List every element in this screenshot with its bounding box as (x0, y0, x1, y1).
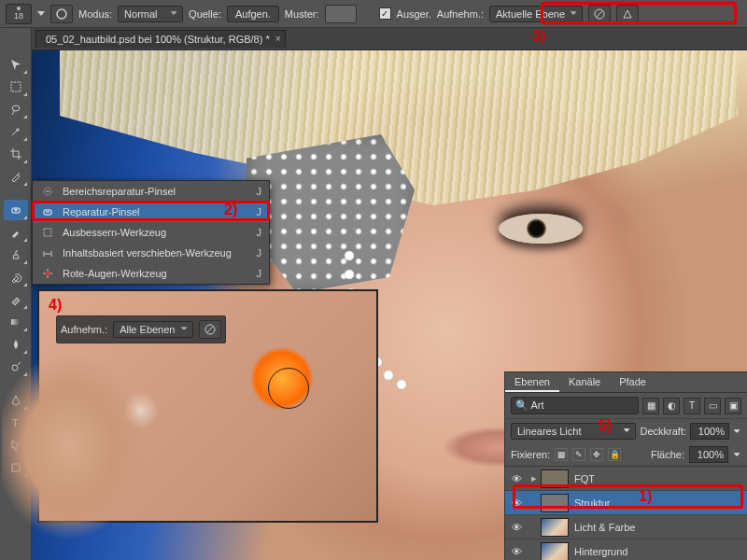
image-region-eye (499, 214, 583, 244)
eyedropper-tool[interactable] (4, 166, 28, 187)
svg-point-19 (46, 272, 50, 276)
sample-value: Aktuelle Ebene (496, 8, 565, 20)
flyout-label: Reparatur-Pinsel (63, 206, 249, 217)
layer-row-group[interactable]: 👁 ▸ FQT (505, 467, 747, 491)
chevron-right-icon[interactable]: ▸ (528, 472, 541, 484)
tab-label: Ebenen (514, 376, 550, 387)
pattern-picker[interactable] (325, 5, 357, 23)
healing-brush-tool[interactable] (4, 200, 28, 220)
brush-tool[interactable] (4, 222, 28, 243)
layers-panel: Ebenen Kanäle Pfade 🔍 Art ▦ ◐ T ▭ ▣ Line… (504, 371, 747, 560)
history-brush-tool[interactable] (4, 267, 28, 287)
pattern-label: Muster: (285, 8, 319, 20)
layer-row-licht[interactable]: 👁 Licht & Farbe (505, 515, 747, 539)
inset-sample-label: Aufnehm.: (61, 324, 107, 335)
layer-filter-select[interactable]: 🔍 Art (511, 397, 639, 414)
patch-icon (40, 226, 55, 239)
filter-smart-icon[interactable]: ▣ (725, 398, 741, 414)
tab-channels[interactable]: Kanäle (559, 372, 610, 392)
lock-pixels-icon[interactable]: ✎ (572, 448, 585, 461)
clone-stamp-tool[interactable] (4, 245, 28, 265)
flyout-label: Inhaltsbasiert verschieben-Werkzeug (63, 247, 249, 259)
opacity-input[interactable]: 100% (690, 423, 729, 440)
flyout-item-spot-healing[interactable]: Bereichsreparatur-Pinsel J (33, 181, 269, 202)
tab-paths[interactable]: Pfade (610, 372, 655, 392)
sample-select[interactable]: Aktuelle Ebene (489, 6, 583, 22)
flyout-label: Ausbessern-Werkzeug (63, 227, 249, 238)
pressure-opacity-icon[interactable] (616, 5, 639, 23)
filter-pixel-icon[interactable]: ▦ (642, 398, 659, 414)
layer-name[interactable]: Struktur (574, 497, 741, 509)
mode-label: Modus: (78, 8, 112, 20)
blend-mode-select[interactable]: Lineares Licht (511, 423, 636, 440)
aligned-label: Ausger. (397, 8, 431, 20)
source-sampled-button[interactable]: Aufgen. (227, 6, 279, 22)
visibility-icon[interactable]: 👁 (505, 491, 528, 514)
fill-label: Fläche: (651, 449, 684, 460)
layer-thumbnail[interactable] (541, 494, 569, 512)
visibility-icon[interactable]: 👁 (505, 467, 528, 490)
crop-tool[interactable] (4, 144, 28, 164)
brush-cursor (268, 368, 309, 409)
layer-thumbnail[interactable] (541, 518, 569, 537)
folder-icon (541, 469, 569, 488)
annotation-2: 2) (224, 202, 237, 218)
svg-line-21 (206, 326, 214, 333)
magic-wand-tool[interactable] (4, 121, 28, 142)
chevron-down-icon[interactable] (37, 11, 45, 16)
chevron-down-icon[interactable]: ⏷ (733, 427, 741, 436)
move-tool[interactable] (4, 54, 28, 75)
sample-label: Aufnehm.: (437, 8, 484, 20)
flyout-item-patch[interactable]: Ausbessern-Werkzeug J (33, 222, 269, 243)
blend-mode-select[interactable]: Normal (118, 6, 183, 22)
pressure-size-icon[interactable] (50, 5, 73, 23)
visibility-icon[interactable]: 👁 (505, 539, 528, 560)
visibility-icon[interactable]: 👁 (505, 515, 528, 539)
brush-preset-picker[interactable]: 18 (6, 4, 32, 24)
layer-row-hintergrund[interactable]: 👁 Hintergrund (505, 539, 747, 560)
annotation-4: 4) (49, 297, 62, 314)
layer-name[interactable]: Licht & Farbe (574, 522, 741, 533)
fill-value: 100% (698, 449, 724, 460)
filter-shape-icon[interactable]: ▭ (704, 398, 721, 414)
aligned-checkbox[interactable]: ✓ (379, 7, 391, 20)
close-icon[interactable]: × (275, 34, 281, 44)
lock-all-icon[interactable]: 🔒 (608, 448, 621, 461)
layer-name[interactable]: FQT (574, 473, 741, 484)
chevron-down-icon[interactable]: ⏷ (733, 450, 741, 459)
eraser-tool[interactable] (4, 289, 28, 310)
lasso-tool[interactable] (4, 99, 28, 119)
tab-layers[interactable]: Ebenen (505, 372, 559, 392)
filter-adjust-icon[interactable]: ◐ (663, 398, 680, 414)
lock-position-icon[interactable]: ✥ (590, 448, 603, 461)
document-tab[interactable]: 05_02_hautbild.psd bei 100% (Struktur, R… (35, 30, 286, 48)
svg-rect-7 (11, 319, 21, 325)
spot-healing-icon (40, 185, 55, 198)
lock-transparency-icon[interactable]: ▩ (555, 448, 568, 461)
flyout-key: J (257, 206, 262, 217)
flyout-label: Rote-Augen-Werkzeug (63, 268, 249, 279)
flyout-item-red-eye[interactable]: Rote-Augen-Werkzeug J (33, 263, 269, 284)
flyout-item-content-aware-move[interactable]: Inhaltsbasiert verschieben-Werkzeug J (33, 243, 269, 263)
ignore-adjustment-icon[interactable] (588, 5, 611, 23)
layer-row-struktur[interactable]: 👁 Struktur (505, 491, 747, 515)
marquee-tool[interactable] (4, 77, 28, 97)
fill-input[interactable]: 100% (689, 446, 728, 463)
annotation-5: 5) (599, 417, 612, 434)
tab-label: Pfade (619, 376, 646, 387)
layer-name[interactable]: Hintergrund (574, 546, 741, 557)
opacity-label: Deckkraft: (640, 426, 686, 437)
opacity-value: 100% (698, 426, 725, 437)
gradient-tool[interactable] (4, 312, 28, 332)
tool-flyout-menu: Bereichsreparatur-Pinsel J Reparatur-Pin… (32, 180, 270, 285)
blend-mode-value: Lineares Licht (517, 426, 582, 437)
filter-type-icon[interactable]: T (684, 398, 700, 414)
inset-sample-select[interactable]: Alle Ebenen (113, 321, 193, 338)
flyout-key: J (257, 227, 262, 238)
inset-ignore-adjustment-icon[interactable] (199, 320, 221, 339)
brush-size-value: 18 (14, 11, 23, 21)
source-label: Quelle: (189, 8, 221, 20)
inset-sample-value: Alle Ebenen (120, 324, 175, 335)
tab-label: Kanäle (569, 376, 600, 387)
layer-thumbnail[interactable] (541, 542, 569, 561)
